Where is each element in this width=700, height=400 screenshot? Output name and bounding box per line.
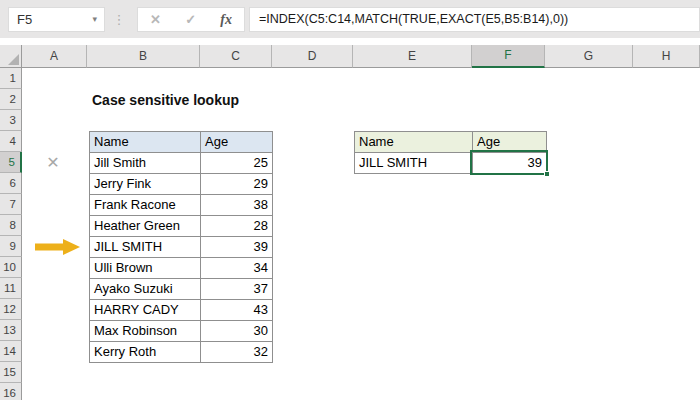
row-header-3[interactable]: 3 xyxy=(0,110,22,131)
row-header-2[interactable]: 2 xyxy=(0,89,22,110)
table-cell[interactable]: 32 xyxy=(201,342,273,363)
table-cell[interactable]: 39 xyxy=(201,237,273,258)
toolbar-sheet-divider xyxy=(0,38,700,45)
column-header-H[interactable]: H xyxy=(633,45,700,68)
table-cell[interactable]: Max Robinson xyxy=(90,321,201,342)
table-cell[interactable]: Frank Racone xyxy=(90,195,201,216)
row-header-4[interactable]: 4 xyxy=(0,131,22,152)
lookup-table: NameAgeJill Smith25Jerry Fink29Frank Rac… xyxy=(89,131,273,363)
table-cell[interactable]: Jill Smith xyxy=(90,153,201,174)
row-header-10[interactable]: 10 xyxy=(0,257,22,278)
selected-cell-outline[interactable] xyxy=(470,150,548,175)
sheet-title: Case sensitive lookup xyxy=(92,90,239,111)
table-row: Ulli Brown34 xyxy=(90,258,273,279)
formula-toolbar: F5 ▾ ⋮ ✕ ✓ fx =INDEX(C5:C14,MATCH(TRUE,E… xyxy=(0,0,700,38)
table-cell[interactable]: 25 xyxy=(201,153,273,174)
select-all-corner[interactable] xyxy=(0,45,22,68)
table-cell[interactable]: HARRY CADY xyxy=(90,300,201,321)
table-row: JILL SMITH39 xyxy=(90,237,273,258)
excel-window: F5 ▾ ⋮ ✕ ✓ fx =INDEX(C5:C14,MATCH(TRUE,E… xyxy=(0,0,700,400)
x-mark-icon: ✕ xyxy=(42,152,64,173)
toolbar-separator-dots-icon: ⋮ xyxy=(112,7,126,32)
table-row: Max Robinson30 xyxy=(90,321,273,342)
table-header-row: NameAge xyxy=(90,132,273,153)
table-cell[interactable]: 34 xyxy=(201,258,273,279)
table-row: Jill Smith25 xyxy=(90,153,273,174)
table-cell[interactable]: 38 xyxy=(201,195,273,216)
insert-function-icon[interactable]: fx xyxy=(220,12,232,28)
table-cell[interactable]: JILL SMITH xyxy=(355,153,473,174)
table-cell[interactable]: 28 xyxy=(201,216,273,237)
table-cell[interactable]: Heather Green xyxy=(90,216,201,237)
row-header-16[interactable]: 16 xyxy=(0,383,22,400)
table-cell[interactable]: Ulli Brown xyxy=(90,258,201,279)
row-header-15[interactable]: 15 xyxy=(0,362,22,383)
row-header-5[interactable]: 5 xyxy=(0,152,22,173)
select-all-triangle-icon xyxy=(8,54,19,65)
row-header-6[interactable]: 6 xyxy=(0,173,22,194)
row-header-12[interactable]: 12 xyxy=(0,299,22,320)
row-header-9[interactable]: 9 xyxy=(0,236,22,257)
name-box-value: F5 xyxy=(9,12,32,27)
table-cell[interactable]: JILL SMITH xyxy=(90,237,201,258)
formula-input[interactable]: =INDEX(C5:C14,MATCH(TRUE,EXACT(E5,B5:B14… xyxy=(249,7,700,32)
table-cell[interactable]: Ayako Suzuki xyxy=(90,279,201,300)
table-row: Frank Racone38 xyxy=(90,195,273,216)
name-box[interactable]: F5 ▾ xyxy=(8,7,105,32)
table-cell[interactable]: Kerry Roth xyxy=(90,342,201,363)
table-header-cell[interactable]: Age xyxy=(201,132,273,153)
row-header-14[interactable]: 14 xyxy=(0,341,22,362)
table-row: HARRY CADY43 xyxy=(90,300,273,321)
table-cell[interactable]: 30 xyxy=(201,321,273,342)
column-header-F[interactable]: F xyxy=(472,45,545,68)
table-cell[interactable]: 37 xyxy=(201,279,273,300)
formula-buttons: ✕ ✓ fx xyxy=(137,7,245,32)
column-header-C[interactable]: C xyxy=(200,45,272,68)
column-header-B[interactable]: B xyxy=(87,45,200,68)
row-header-8[interactable]: 8 xyxy=(0,215,22,236)
right-arrow-icon xyxy=(35,239,81,255)
row-header-13[interactable]: 13 xyxy=(0,320,22,341)
column-header-G[interactable]: G xyxy=(545,45,633,68)
cancel-icon[interactable]: ✕ xyxy=(150,12,161,27)
formula-text: =INDEX(C5:C14,MATCH(TRUE,EXACT(E5,B5:B14… xyxy=(259,12,568,26)
table-row: Ayako Suzuki37 xyxy=(90,279,273,300)
fill-handle[interactable] xyxy=(544,171,550,177)
table-row: Heather Green28 xyxy=(90,216,273,237)
enter-icon[interactable]: ✓ xyxy=(185,12,196,27)
table-cell[interactable]: Jerry Fink xyxy=(90,174,201,195)
table-cell[interactable]: 43 xyxy=(201,300,273,321)
column-header-D[interactable]: D xyxy=(272,45,353,68)
row-header-1[interactable]: 1 xyxy=(0,68,22,89)
row-header-11[interactable]: 11 xyxy=(0,278,22,299)
name-box-dropdown-icon[interactable]: ▾ xyxy=(92,8,97,31)
table-row: Jerry Fink29 xyxy=(90,174,273,195)
column-header-E[interactable]: E xyxy=(353,45,472,68)
column-header-A[interactable]: A xyxy=(22,45,87,68)
table-header-cell[interactable]: Name xyxy=(355,132,473,153)
table-row: Kerry Roth32 xyxy=(90,342,273,363)
table-cell[interactable]: 29 xyxy=(201,174,273,195)
table-header-cell[interactable]: Name xyxy=(90,132,201,153)
row-header-7[interactable]: 7 xyxy=(0,194,22,215)
